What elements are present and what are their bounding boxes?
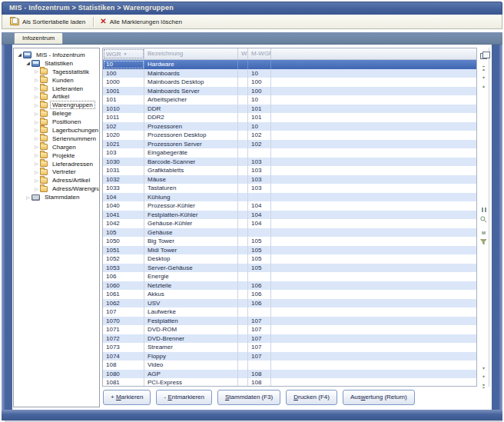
tree-item-label: Adress/Warengruppen bbox=[50, 184, 100, 193]
table-row[interactable]: 1000Mainboards Desktop100 bbox=[103, 78, 476, 87]
tree-item-label: Lieferadressen bbox=[50, 160, 95, 168]
table-row[interactable]: 1072DVD-Brenner107 bbox=[103, 334, 476, 344]
collapsed-arrow-icon[interactable]: ▷ bbox=[33, 94, 40, 100]
tree-item-seriennummern[interactable]: ▷Seriennummern bbox=[14, 135, 99, 143]
button-stammdaten-f3[interactable]: Stammdaten (F3) bbox=[217, 390, 280, 405]
warengruppen-table[interactable]: WGR▼BezeichnungWM-WGR 10Hardware100Mainb… bbox=[102, 48, 477, 387]
tree-item-chargen[interactable]: ▷Chargen bbox=[14, 143, 99, 151]
tree-item-vertreter[interactable]: ▷Vertreter bbox=[14, 168, 99, 176]
collapsed-arrow-icon[interactable]: ▷ bbox=[33, 186, 40, 192]
cell-w bbox=[238, 60, 248, 69]
table-row[interactable]: 106Energie bbox=[103, 272, 476, 281]
table-row[interactable]: 1081PCI-Express108 bbox=[103, 378, 476, 387]
table-row[interactable]: 1061Akkus106 bbox=[103, 290, 476, 299]
tree-item-lieferadressen[interactable]: ▷Lieferadressen bbox=[14, 160, 99, 168]
tree-item-stammdaten[interactable]: ▷Stammdaten bbox=[14, 193, 99, 201]
table-row[interactable]: 1073Streamer107 bbox=[103, 343, 476, 352]
table-row[interactable]: 1011DDR2101 bbox=[103, 113, 476, 122]
tree-item-warengruppen[interactable]: ▷Warengruppen bbox=[14, 101, 99, 109]
table-row[interactable]: 1071DVD-ROM107 bbox=[103, 325, 476, 334]
button-markieren[interactable]: + Markieren bbox=[103, 390, 151, 405]
tree-item-kunden[interactable]: ▷Kunden bbox=[14, 76, 99, 85]
table-row[interactable]: 1030Barcode-Scanner103 bbox=[103, 158, 476, 167]
table-row[interactable]: 1001Mainboards Server100 bbox=[103, 87, 476, 96]
tree-item-belege[interactable]: ▷Belege bbox=[14, 109, 99, 118]
table-row[interactable]: 1040Prozessor-Kühler104 bbox=[103, 201, 476, 211]
cell-filler bbox=[271, 378, 476, 387]
table-row[interactable]: 1010DDR101 bbox=[103, 105, 476, 114]
button-auswertung-return[interactable]: Auswertung (Return) bbox=[343, 390, 415, 405]
tree-item-statistiken[interactable]: ◢Statistiken bbox=[14, 59, 99, 68]
table-row[interactable]: 100Mainboards10 bbox=[103, 69, 476, 78]
table-row[interactable]: 105Gehäuse bbox=[103, 228, 476, 238]
expanded-arrow-icon[interactable]: ◢ bbox=[16, 52, 23, 58]
table-row[interactable]: 10Hardware bbox=[103, 60, 476, 69]
toolbar-button-alle-markierungen-l-schen[interactable]: ✕Alle Markierungen löschen bbox=[97, 16, 187, 27]
table-row[interactable]: 104Kühlung bbox=[103, 193, 476, 202]
table-row[interactable]: 1080AGP108 bbox=[103, 370, 476, 379]
tree-item-artikel[interactable]: ▷Artikel bbox=[14, 92, 99, 101]
tree-item-lieferanten[interactable]: ▷Lieferanten bbox=[14, 85, 99, 93]
table-row[interactable]: 101Arbeitspeicher10 bbox=[103, 95, 476, 105]
table-row[interactable]: 108Video bbox=[103, 361, 476, 370]
table-row[interactable]: 1033Tastaturen103 bbox=[103, 184, 476, 193]
table-row[interactable]: 1074Floppy107 bbox=[103, 352, 476, 361]
button-drucken-f4[interactable]: Drucken (F4) bbox=[286, 390, 337, 405]
tree-item-tagesstatistik[interactable]: ▷Tagesstatistik bbox=[14, 68, 99, 76]
collapsed-arrow-icon[interactable]: ▷ bbox=[33, 77, 40, 83]
collapsed-arrow-icon[interactable]: ▷ bbox=[33, 169, 40, 175]
table-row[interactable]: 102Prozessoren10 bbox=[103, 122, 476, 131]
table-row[interactable]: 1051Midi Tower105 bbox=[103, 246, 476, 255]
cell-w bbox=[238, 317, 248, 326]
column-header-w[interactable]: W bbox=[238, 48, 248, 59]
tree-item-adress-warengruppen[interactable]: ▷Adress/Warengruppen bbox=[14, 184, 99, 193]
cell-w bbox=[238, 175, 248, 184]
collapsed-arrow-icon[interactable]: ▷ bbox=[33, 178, 40, 184]
table-row[interactable]: 1031Grafiktabletts103 bbox=[103, 166, 476, 175]
collapsed-arrow-icon[interactable]: ▷ bbox=[33, 85, 40, 91]
table-row[interactable]: 1021Prozessoren Server102 bbox=[103, 140, 476, 149]
tree-item-adress-artikel[interactable]: ▷Adress/Artikel bbox=[14, 176, 99, 184]
table-row[interactable]: 1062USV106 bbox=[103, 299, 476, 308]
column-header-m-wgr[interactable]: M-WGR bbox=[248, 48, 271, 59]
table-row[interactable]: 1020Prozessoren Desktop102 bbox=[103, 131, 476, 140]
scroll-up-icon[interactable]: ▴ bbox=[479, 77, 488, 91]
collapsed-arrow-icon[interactable]: ▷ bbox=[33, 119, 40, 125]
tree-item-positionen[interactable]: ▷Positionen bbox=[14, 118, 99, 126]
tree-item-projekte[interactable]: ▷Projekte bbox=[14, 151, 99, 160]
table-row[interactable]: 1060Netzteile106 bbox=[103, 281, 476, 291]
collapsed-arrow-icon[interactable]: ▷ bbox=[33, 135, 40, 141]
column-header-filler[interactable] bbox=[271, 48, 476, 59]
collapsed-arrow-icon[interactable]: ▷ bbox=[25, 194, 32, 201]
table-row[interactable]: 1053Server-Gehäuse105 bbox=[103, 264, 476, 273]
collapsed-arrow-icon[interactable]: ▷ bbox=[33, 111, 40, 117]
column-header-wgr[interactable]: WGR▼ bbox=[103, 48, 144, 59]
cell-filler bbox=[271, 69, 476, 78]
toolbar-button-als-sortiertabelle-laden[interactable]: Als Sortiertabelle laden bbox=[7, 17, 90, 27]
collapsed-arrow-icon[interactable]: ▷ bbox=[33, 68, 40, 75]
cell-filler bbox=[271, 175, 476, 184]
collapsed-arrow-icon[interactable]: ▷ bbox=[33, 144, 40, 150]
tree-item-lagerbuchungen[interactable]: ▷Lagerbuchungen bbox=[14, 126, 99, 135]
collapsed-arrow-icon[interactable]: ▷ bbox=[33, 152, 40, 158]
expanded-arrow-icon[interactable]: ◢ bbox=[25, 60, 32, 66]
scroll-bottom-icon[interactable]: ▾ bbox=[479, 376, 488, 390]
tree-item-mis-infozentrum[interactable]: ◢MIS - Infozentrum bbox=[14, 51, 99, 59]
filter-icon[interactable] bbox=[479, 234, 488, 248]
collapsed-arrow-icon[interactable]: ▷ bbox=[33, 102, 40, 108]
table-row[interactable]: 1032Mäuse103 bbox=[103, 175, 476, 184]
collapsed-arrow-icon[interactable]: ▷ bbox=[33, 161, 40, 167]
table-row[interactable]: 107Laufwerke bbox=[103, 307, 476, 317]
cell-w bbox=[238, 166, 248, 175]
cell-w bbox=[238, 211, 248, 220]
table-row[interactable]: 1070Festplatten107 bbox=[103, 317, 476, 326]
table-row[interactable]: 1050Big Tower105 bbox=[103, 237, 476, 246]
table-row[interactable]: 1042Gehäuse-Kühler104 bbox=[103, 219, 476, 228]
collapsed-arrow-icon[interactable]: ▷ bbox=[33, 127, 40, 133]
table-row[interactable]: 1052Desktop105 bbox=[103, 254, 476, 264]
button-entmarkieren[interactable]: - Entmarkieren bbox=[156, 390, 211, 405]
column-header-bezeichnung[interactable]: Bezeichnung bbox=[144, 48, 238, 59]
table-row[interactable]: 103Eingabegeräte bbox=[103, 148, 476, 158]
tab-infozentrum[interactable]: Infozentrum bbox=[14, 32, 63, 44]
table-row[interactable]: 1041Festplatten-Kühler104 bbox=[103, 211, 476, 220]
